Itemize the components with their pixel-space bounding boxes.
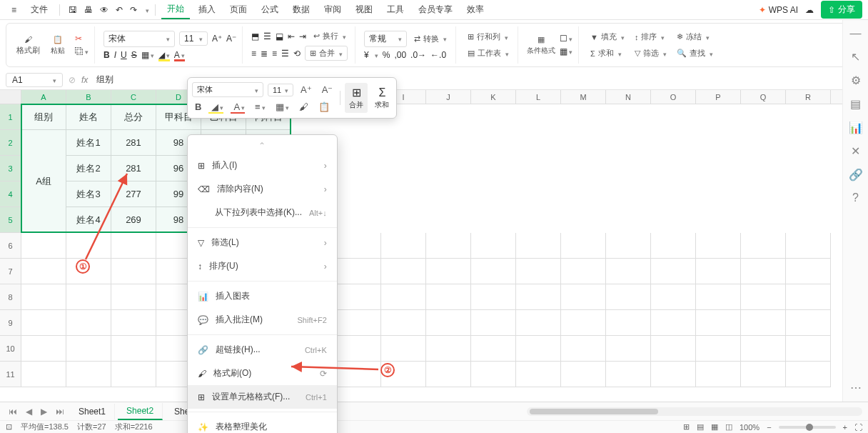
cell[interactable]: [741, 259, 786, 284]
mini-font-select[interactable]: 宋体: [192, 82, 263, 97]
side-help-icon[interactable]: ?: [852, 191, 859, 204]
table-style-icon[interactable]: ▦: [560, 46, 572, 56]
ctx-insert-comment[interactable]: 💬插入批注(M)Shift+F2: [188, 308, 337, 332]
cell[interactable]: [651, 259, 696, 284]
cell[interactable]: [426, 336, 471, 362]
cell[interactable]: [696, 336, 741, 362]
mini-clipboard-icon[interactable]: 📋: [316, 100, 333, 114]
align-center-icon[interactable]: ≣: [261, 49, 268, 59]
styles-icon[interactable]: ☐: [560, 34, 572, 44]
cell[interactable]: [336, 362, 381, 387]
percent-button[interactable]: %: [383, 50, 390, 60]
cell[interactable]: [111, 336, 156, 362]
currency-button[interactable]: ¥: [364, 50, 369, 60]
align-middle-icon[interactable]: ☰: [263, 31, 271, 41]
fill-button[interactable]: ▼填充: [587, 30, 627, 44]
row-header[interactable]: 4: [0, 181, 21, 207]
cell[interactable]: [21, 362, 66, 387]
cell[interactable]: [66, 362, 111, 387]
cell[interactable]: [696, 259, 741, 284]
cell[interactable]: [66, 284, 111, 310]
align-bottom-icon[interactable]: ⬓: [276, 31, 283, 41]
orientation-icon[interactable]: ⟲: [293, 49, 301, 59]
cell[interactable]: [696, 233, 741, 259]
cell[interactable]: 281: [111, 130, 156, 156]
cell[interactable]: [741, 336, 786, 362]
col-header[interactable]: J: [426, 90, 471, 104]
side-tools-icon[interactable]: ✕: [851, 144, 860, 158]
name-box[interactable]: A1: [6, 73, 63, 87]
undo-icon[interactable]: ↶: [116, 5, 123, 15]
col-header[interactable]: O: [651, 90, 696, 104]
row-header[interactable]: 5: [0, 207, 21, 233]
ctx-filter[interactable]: ▽筛选(L)›: [188, 231, 337, 254]
indent-right-icon[interactable]: ⇥: [299, 31, 306, 41]
col-header[interactable]: M: [561, 90, 606, 104]
cell[interactable]: [21, 259, 66, 284]
cell[interactable]: [606, 362, 651, 387]
worksheet-button[interactable]: ▤工作表: [465, 46, 512, 60]
cell[interactable]: [381, 259, 426, 284]
col-header[interactable]: Q: [741, 90, 786, 104]
view-page-icon[interactable]: ▤: [697, 422, 704, 432]
ctx-clear[interactable]: ⌫清除内容(N)›: [188, 177, 337, 201]
decrease-font-icon[interactable]: A⁻: [226, 34, 236, 44]
print-icon[interactable]: 🖶: [84, 5, 93, 15]
tab-data[interactable]: 数据: [287, 1, 316, 19]
border-button[interactable]: ▦: [141, 50, 154, 60]
cell[interactable]: [336, 310, 381, 336]
side-stats-icon[interactable]: 📊: [849, 121, 863, 134]
cell[interactable]: [111, 259, 156, 284]
fullscreen-icon[interactable]: ⛶: [854, 423, 862, 432]
cell[interactable]: [471, 259, 516, 284]
tab-efficiency[interactable]: 效率: [461, 1, 490, 19]
cell[interactable]: [21, 233, 66, 259]
cell[interactable]: [21, 310, 66, 336]
ctx-insert[interactable]: ⊞插入(I)›: [188, 154, 337, 177]
sort-button[interactable]: ↕排序: [632, 30, 670, 44]
cell[interactable]: [111, 284, 156, 310]
cell[interactable]: [426, 259, 471, 284]
mini-bold-button[interactable]: B: [192, 100, 204, 114]
side-collapse-icon[interactable]: —: [850, 27, 862, 40]
mini-merge-button[interactable]: ⊞合并: [345, 83, 368, 113]
cell[interactable]: [786, 233, 831, 259]
dec-inc-icon[interactable]: .0→: [410, 50, 426, 60]
cell[interactable]: 姓名4: [66, 207, 111, 233]
cell[interactable]: [516, 259, 561, 284]
status-mode-icon[interactable]: ⊡: [6, 422, 12, 432]
copy-icon[interactable]: ⿻: [75, 46, 89, 56]
align-right-icon[interactable]: ≡: [272, 49, 277, 59]
cell[interactable]: [111, 310, 156, 336]
comma-button[interactable]: ,00: [394, 50, 406, 60]
cell[interactable]: [561, 362, 606, 387]
cell[interactable]: [606, 259, 651, 284]
cell[interactable]: 277: [111, 181, 156, 207]
view-normal-icon[interactable]: ⊞: [683, 422, 690, 432]
sheet-tab[interactable]: Sheet1: [70, 404, 115, 419]
tab-formula[interactable]: 公式: [256, 1, 284, 19]
merge-button[interactable]: ⊞合并: [305, 46, 348, 61]
cell[interactable]: [561, 284, 606, 310]
save-icon[interactable]: 🖫: [69, 5, 77, 15]
cell[interactable]: [786, 310, 831, 336]
cell[interactable]: [21, 284, 66, 310]
row-header[interactable]: 7: [0, 259, 21, 284]
cell[interactable]: [471, 233, 516, 259]
cell[interactable]: 组别: [21, 104, 66, 130]
number-format-select[interactable]: 常规: [364, 31, 407, 47]
cell[interactable]: [786, 336, 831, 362]
col-header[interactable]: P: [696, 90, 741, 104]
view-reading-icon[interactable]: ◫: [725, 422, 732, 432]
cell[interactable]: [336, 259, 381, 284]
ctx-hyperlink[interactable]: 🔗超链接(H)...Ctrl+K: [188, 338, 337, 362]
dec-dec-icon[interactable]: ←.0: [430, 50, 446, 60]
cell[interactable]: [696, 310, 741, 336]
find-button[interactable]: 🔍查找: [674, 46, 716, 60]
cell[interactable]: [786, 284, 831, 310]
sheet-tab[interactable]: Sheet2: [118, 403, 163, 420]
cell[interactable]: [651, 233, 696, 259]
col-header[interactable]: R: [786, 90, 831, 104]
row-header[interactable]: 11: [0, 362, 21, 387]
cell[interactable]: [66, 336, 111, 362]
